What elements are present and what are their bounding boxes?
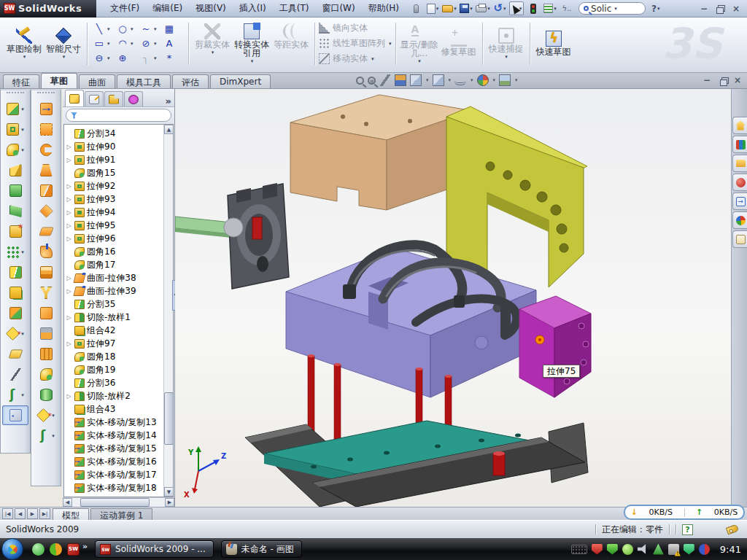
mt-thicken-button[interactable] [33, 262, 59, 282]
tab-特征[interactable]: 特征 [3, 74, 39, 88]
sketch-line-button[interactable]: ╲ [91, 23, 115, 35]
minimize-button[interactable]: − [697, 3, 711, 15]
tree-item[interactable]: 组合43 [66, 402, 173, 416]
zoom-area-icon[interactable] [368, 77, 376, 85]
apply-scene-icon[interactable] [499, 74, 511, 86]
toolbox-button[interactable] [732, 174, 747, 191]
ft-hole-wizard-button[interactable] [2, 222, 28, 241]
property-manager-tab[interactable] [85, 91, 104, 106]
tree-item[interactable]: ▷拉伸96 [66, 232, 173, 245]
new-document-dropdown-icon[interactable] [436, 6, 439, 12]
tree-item[interactable]: ▷拉伸93 [66, 192, 173, 206]
keyboard-tray-icon[interactable] [571, 545, 587, 554]
ft-split-button[interactable] [2, 262, 28, 282]
cm-convert-button[interactable]: 转换实体引用 [232, 22, 271, 66]
start-button[interactable] [1, 538, 23, 560]
save-dropdown-icon[interactable] [470, 6, 473, 12]
defense-shield-tray-icon[interactable] [607, 544, 618, 555]
sketch-arc-button[interactable]: ◠ [115, 38, 138, 50]
scroll-right-icon[interactable]: ▶ [165, 498, 174, 507]
cm-sketch-button[interactable]: 草图绘制 [4, 26, 44, 61]
ft-move-copy-body-button[interactable] [2, 303, 28, 323]
scrollbar-thumb[interactable] [164, 392, 174, 444]
protect-shield-tray-icon[interactable] [684, 544, 694, 555]
tree-filter-input[interactable] [66, 109, 171, 122]
graphics-viewport[interactable]: Y Z X 拉伸75 [175, 89, 731, 507]
tree-item[interactable]: ▷拉伸94 [66, 206, 173, 219]
tab-曲面[interactable]: 曲面 [79, 74, 115, 88]
mt-extruded-surface-button[interactable] [33, 99, 59, 119]
tab-DimXpert[interactable]: DimXpert [210, 74, 271, 88]
tag-icon[interactable] [726, 524, 739, 535]
edit-appearance-dropdown-icon[interactable] [493, 77, 496, 83]
expand-icon[interactable]: ▷ [66, 196, 72, 203]
cm-smart-dimension-button[interactable]: 智能尺寸 [44, 26, 83, 61]
tree-item[interactable]: ▷曲面-拉伸39 [66, 284, 173, 298]
menu-item-6[interactable]: 帮助(H) [362, 0, 406, 17]
zoom-fit-icon[interactable] [356, 77, 364, 85]
sheet-nav-0[interactable]: |◀ [2, 508, 13, 519]
mt-planar-surface-button[interactable] [33, 222, 59, 241]
sync-tray-icon[interactable] [653, 544, 664, 555]
custom-properties-button[interactable] [732, 230, 747, 248]
ft-fillet-button[interactable] [2, 140, 28, 160]
solidworks-resources-button[interactable] [732, 117, 747, 134]
help-button[interactable]: ? [651, 4, 657, 14]
ft-curve-button[interactable] [2, 385, 28, 405]
volume-tray-icon[interactable] [638, 544, 649, 555]
mt-revolved-surface-button[interactable] [33, 120, 59, 139]
doc-close-button[interactable]: × [734, 75, 741, 85]
tree-item[interactable]: ▷切除-放样2 [66, 389, 173, 402]
tree-item[interactable]: 圆角16 [66, 245, 173, 258]
undo-dropdown-icon[interactable] [503, 6, 506, 12]
doc-minimize-button[interactable]: − [703, 75, 711, 85]
antivirus-shield-tray-icon[interactable] [592, 544, 603, 555]
cm-dropdown-icon[interactable] [63, 54, 66, 60]
new-document-button[interactable] [425, 1, 440, 15]
scroll-down-icon[interactable]: ▼ [164, 487, 174, 497]
help-dropdown-icon[interactable] [657, 6, 660, 12]
doc-restore-button[interactable] [717, 75, 727, 85]
taskbar-button-0[interactable]: SWSolidWorks 2009 - ... [95, 540, 214, 558]
sketch-ellipse-button[interactable]: ⊘ [138, 38, 161, 50]
arc-dropdown-icon[interactable] [131, 41, 133, 47]
tree-item[interactable]: 组合42 [66, 324, 173, 337]
quick-tips-icon[interactable]: ? [682, 524, 693, 535]
mt-mold-reference-button[interactable] [33, 405, 59, 425]
appearances-button[interactable] [732, 211, 747, 229]
locating-ring[interactable] [493, 454, 505, 475]
mt-ruled-surface-button[interactable] [33, 160, 59, 180]
tree-item[interactable]: ▷切除-放样1 [66, 311, 173, 324]
dimxpert-manager-tab[interactable] [124, 91, 143, 106]
scroll-left-icon[interactable]: ◀ [63, 498, 72, 507]
options-button[interactable] [543, 1, 557, 15]
ft-swept-boss-button[interactable] [2, 160, 28, 180]
ellipse-dropdown-icon[interactable] [154, 41, 157, 47]
tree-item[interactable]: ▷拉伸91 [66, 153, 173, 166]
tree-horizontal-scrollbar[interactable]: ◀ ▶ [63, 497, 174, 507]
tree-item[interactable]: 圆角15 [66, 166, 173, 179]
display-style-dropdown-icon[interactable] [449, 77, 452, 83]
bottom-tab-1[interactable]: 运动算例 1 [90, 508, 152, 520]
mt-parting-line-button[interactable] [33, 283, 59, 303]
tree-item[interactable]: ▷拉伸95 [66, 219, 173, 232]
expand-icon[interactable]: ▷ [66, 314, 72, 321]
expand-icon[interactable]: ▷ [66, 393, 72, 400]
open-button[interactable] [442, 1, 457, 15]
expand-icon[interactable]: ▷ [66, 341, 72, 347]
slot-dropdown-icon[interactable] [107, 55, 110, 61]
menu-item-4[interactable]: 工具(T) [273, 0, 316, 17]
hide-show-items-dropdown-icon[interactable] [471, 77, 473, 83]
mt-draft-analysis-button[interactable] [33, 303, 59, 323]
panel-expand-icon[interactable]: » [166, 96, 171, 106]
tree-item[interactable]: 实体-移动/复制15 [66, 442, 173, 455]
search-dropdown-icon[interactable] [614, 6, 617, 12]
search-input[interactable]: Solic [591, 4, 611, 14]
tab-草图[interactable]: 草图 [41, 73, 77, 88]
sketch-slot-button[interactable]: ⊖ [91, 52, 115, 64]
side-block-right[interactable] [554, 314, 591, 397]
rectangle-dropdown-icon[interactable] [107, 41, 110, 47]
mt-lofted-surface-button[interactable] [33, 242, 59, 262]
print-button[interactable] [476, 1, 490, 15]
previous-view-icon[interactable] [379, 74, 391, 86]
